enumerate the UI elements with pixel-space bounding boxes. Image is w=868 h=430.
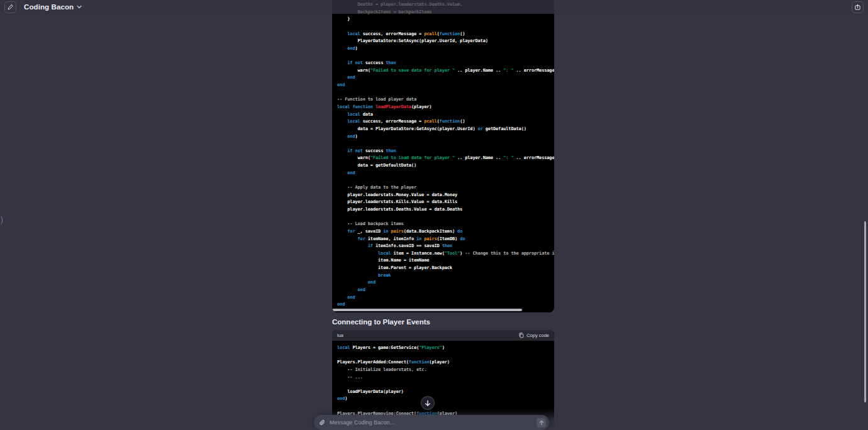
arrow-up-icon: [539, 420, 544, 426]
code-line: [337, 381, 554, 389]
code-line: data = PlayerDataStore:GetAsync(player.U…: [337, 126, 554, 133]
code-line: -- ...: [337, 374, 554, 382]
code-line: [337, 52, 554, 60]
code-line: player.leaderstats.Money.Value = data.Mo…: [337, 192, 554, 199]
code-content: local Players = game:GetService("Players…: [332, 345, 554, 417]
copy-code-label: Copy code: [526, 333, 549, 338]
code-line: end: [337, 301, 554, 309]
code-line: break: [337, 272, 554, 280]
code-line: -- Load backpack items: [337, 221, 554, 228]
code-line: [337, 89, 554, 97]
section-heading: Connecting to Player Events: [332, 318, 554, 326]
share-button[interactable]: [852, 1, 864, 13]
arrow-down-icon: [425, 400, 431, 407]
code-line: end: [337, 74, 554, 82]
code-line: local data: [337, 111, 554, 119]
code-line: [337, 214, 554, 221]
code-line: Players.PlayerAdded:Connect(function(pla…: [337, 359, 554, 367]
code-line: end: [337, 294, 554, 302]
code-line: end): [337, 133, 554, 141]
share-icon: [854, 4, 861, 11]
code-line: end): [337, 395, 554, 403]
top-header: Coding Bacon: [0, 0, 868, 14]
chat-title-dropdown[interactable]: Coding Bacon: [24, 3, 82, 11]
code-line: local function loadPlayerData(player): [337, 104, 554, 111]
code-language-label: lua: [337, 333, 343, 338]
code-line: item.Name = itemName: [337, 257, 554, 265]
sidebar-open-toggle[interactable]: ): [0, 214, 9, 226]
code-line: if not success then: [337, 60, 554, 67]
code-line: [337, 23, 554, 31]
paperclip-icon[interactable]: [320, 419, 325, 426]
code-line: [337, 403, 554, 411]
code-line: if not success then: [337, 148, 554, 155]
code-line: }: [337, 16, 554, 23]
code-line: loadPlayerData(player): [337, 389, 554, 396]
code-line: for _, saveID in pairs(data.BackpackItem…: [337, 228, 554, 236]
code-block-header: lua Copy code: [332, 330, 554, 341]
copy-code-button[interactable]: Copy code: [519, 333, 549, 338]
scroll-to-bottom-button[interactable]: [421, 396, 435, 410]
code-line: [337, 177, 554, 184]
vertical-scrollbar-thumb[interactable]: [864, 221, 866, 402]
code-line: -- Function to load player data: [337, 96, 554, 104]
code-line: warn("Failed to save data for player " .…: [337, 67, 554, 75]
code-content: Deaths = player.leaderstats.Deaths.Value…: [332, 1, 554, 309]
code-line: data = getDefaultData(): [337, 162, 554, 170]
code-line: warn("Failed to load data for player " .…: [337, 155, 554, 162]
code-line: for itemName, itemInfo in pairs(ItemDB) …: [337, 236, 554, 243]
code-line: if itemInfo.saveID == saveID then: [337, 243, 554, 250]
code-line: player.leaderstats.Kills.Value = data.Ki…: [337, 199, 554, 206]
code-line: -- Initialize leaderstats, etc.: [337, 367, 554, 374]
horizontal-scrollbar-thumb[interactable]: [332, 309, 522, 311]
code-line: end: [337, 82, 554, 89]
code-line: end: [337, 279, 554, 287]
code-line: local success, errorMessage = pcall(func…: [337, 31, 554, 38]
message-input[interactable]: [330, 419, 537, 426]
code-line: item.Parent = player.Backpack: [337, 265, 554, 272]
code-line: [337, 140, 554, 148]
chevron-down-icon: [77, 5, 82, 9]
code-line: end: [337, 170, 554, 177]
new-chat-button[interactable]: [4, 1, 16, 13]
code-line: local item = Instance.new("Tool") -- Cha…: [337, 250, 554, 258]
code-line: local success, errorMessage = pcall(func…: [337, 118, 554, 126]
code-line: end): [337, 45, 554, 53]
code-line: -- Apply data to the player: [337, 184, 554, 192]
code-line: [337, 352, 554, 360]
code-line: end: [337, 287, 554, 294]
code-line: PlayerDataStore:SetAsync(player.UserId, …: [337, 38, 554, 45]
send-button[interactable]: [537, 418, 546, 427]
code-block-save-data: Deaths = player.leaderstats.Deaths.Value…: [332, 0, 554, 312]
code-line: player.leaderstats.Deaths.Value = data.D…: [337, 206, 554, 214]
copy-icon: [519, 333, 524, 338]
chat-title: Coding Bacon: [24, 3, 74, 11]
code-line: local Players = game:GetService("Players…: [337, 345, 554, 352]
pencil-square-icon: [7, 4, 14, 11]
message-composer: [314, 415, 549, 430]
